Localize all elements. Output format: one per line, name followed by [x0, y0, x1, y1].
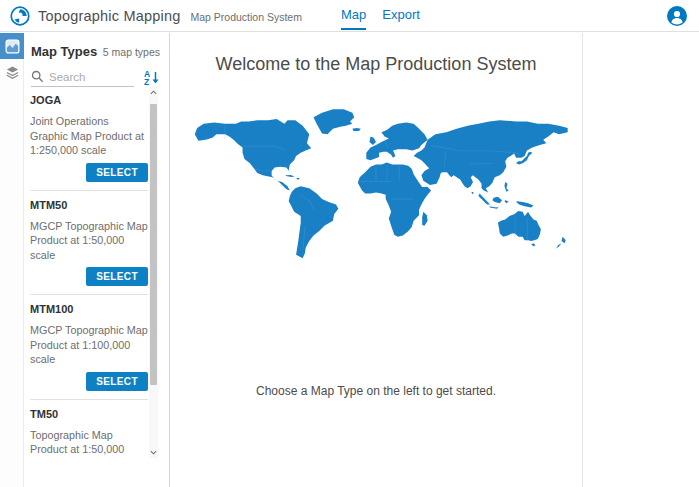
tab-export[interactable]: Export [382, 7, 420, 30]
header-tabs: Map Export [341, 7, 420, 30]
map-type-description: MGCP Topographic Map Product at 1:50,000… [30, 219, 148, 263]
empty-right-area [584, 33, 699, 487]
layers-icon[interactable] [0, 59, 24, 85]
panel-title: Map Types [31, 44, 97, 59]
welcome-pane: Welcome to the Map Production System [170, 33, 583, 487]
map-types-panel: Map Types 5 map types A Z JOGA Joint Ope… [24, 33, 170, 487]
map-type-item-mtm50: MTM50 MGCP Topographic Map Product at 1:… [30, 191, 148, 296]
map-type-description: Topographic Map Product at 1:50,000 scal… [30, 428, 148, 459]
sort-a-z-icon[interactable]: A Z [144, 69, 160, 86]
app-header: Topographic Mapping Map Production Syste… [0, 0, 699, 32]
map-type-description: Joint Operations Graphic Map Product at … [30, 114, 148, 158]
select-button-mtm50[interactable]: SELECT [86, 267, 148, 286]
welcome-title: Welcome to the Map Production System [170, 54, 582, 75]
select-button-joga[interactable]: SELECT [86, 163, 148, 182]
map-type-list: JOGA Joint Operations Graphic Map Produc… [24, 86, 169, 458]
panel-header: Map Types 5 map types [24, 33, 169, 63]
map-type-item-tm50: TM50 Topographic Map Product at 1:50,000… [30, 400, 148, 459]
chevron-up-icon[interactable] [149, 86, 158, 98]
svg-text:Z: Z [144, 77, 149, 86]
search-input[interactable] [49, 71, 123, 83]
tool-strip [0, 33, 24, 487]
search-box[interactable] [31, 70, 134, 87]
world-map [182, 102, 570, 296]
map-type-item-mtm100: MTM100 MGCP Topographic Map Product at 1… [30, 295, 148, 400]
scrollbar-thumb[interactable] [150, 104, 157, 385]
app-title: Topographic Mapping [38, 8, 180, 24]
search-icon [31, 70, 44, 83]
map-type-item-joga: JOGA Joint Operations Graphic Map Produc… [30, 86, 148, 191]
topographic-mapping-logo [10, 6, 30, 26]
user-avatar-icon[interactable] [667, 6, 687, 26]
list-scrollbar[interactable] [149, 86, 158, 458]
map-type-description: MGCP Topographic Map Product at 1:100,00… [30, 323, 148, 367]
chevron-down-icon[interactable] [149, 446, 158, 458]
map-type-name: MTM50 [30, 197, 148, 211]
tab-map[interactable]: Map [341, 7, 366, 30]
map-type-count: 5 map types [103, 46, 160, 58]
map-type-name: JOGA [30, 92, 148, 106]
map-types-tool-icon[interactable] [0, 33, 24, 59]
instruction-text: Choose a Map Type on the left to get sta… [170, 384, 582, 398]
app-subtitle: Map Production System [190, 8, 301, 23]
select-button-mtm100[interactable]: SELECT [86, 372, 148, 391]
map-type-name: TM50 [30, 406, 148, 420]
map-type-name: MTM100 [30, 301, 148, 315]
